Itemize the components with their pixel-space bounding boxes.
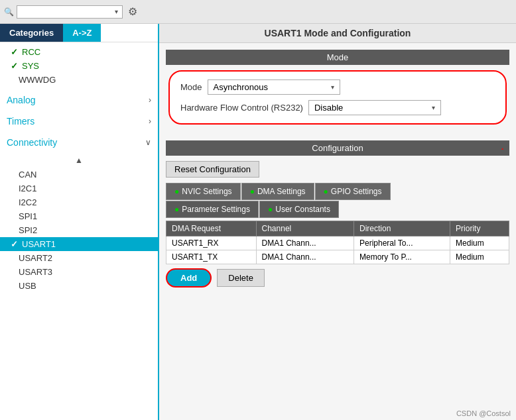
sidebar-item-usart2[interactable]: USART2	[0, 251, 158, 265]
chevron-right-icon: ›	[149, 95, 151, 105]
search-input[interactable]	[21, 7, 112, 17]
main-container: 🔍 ▾ ⚙ Categories A->Z RCC SYS WWWDG Anal…	[0, 0, 516, 420]
sidebar-item-rcc[interactable]: RCC	[0, 45, 158, 59]
sidebar-item-usb[interactable]: USB	[0, 279, 158, 293]
table-row[interactable]: USART1_TX DMA1 Chann... Memory To P... M…	[166, 250, 509, 264]
table-row[interactable]: USART1_RX DMA1 Chann... Peripheral To...…	[166, 236, 509, 250]
sidebar-category-connectivity[interactable]: Connectivity ∨	[0, 132, 158, 153]
sidebar-category-timers[interactable]: Timers ›	[0, 111, 158, 132]
param-tab-label: Parameter Settings	[182, 205, 250, 214]
flow-control-field-row: Hardware Flow Control (RS232) Disable ▾	[180, 100, 495, 115]
col-header-dma-request: DMA Request	[166, 221, 257, 236]
mode-select-arrow: ▾	[331, 83, 334, 91]
nvic-check-icon: ●	[174, 187, 179, 196]
mode-section-header: Mode	[166, 50, 509, 65]
sidebar-item-can[interactable]: CAN	[0, 168, 158, 182]
tab-parameter-settings[interactable]: ● Parameter Settings	[166, 201, 259, 218]
sidebar-tabs: Categories A->Z	[0, 24, 158, 42]
config-section: Configuration · Reset Configuration ● NV…	[159, 134, 516, 420]
config-red-dot: ·	[501, 142, 504, 156]
config-header-label: Configuration	[312, 143, 363, 153]
action-buttons: Add Delete	[166, 268, 509, 288]
tab-atoz[interactable]: A->Z	[63, 24, 101, 42]
user-const-check-icon: ●	[268, 205, 273, 214]
watermark: CSDN @Costsol	[456, 409, 511, 417]
config-tabs-row2: ● Parameter Settings ● User Constants	[166, 201, 509, 218]
tab-dma-settings[interactable]: ● DMA Settings	[241, 183, 314, 200]
cell-priority-0: Medium	[450, 236, 509, 250]
param-check-icon: ●	[174, 205, 179, 214]
panel-title: USART1 Mode and Configuration	[159, 24, 516, 43]
sidebar-item-i2c1[interactable]: I2C1	[0, 182, 158, 195]
gpio-tab-label: GPIO Settings	[331, 187, 382, 196]
cell-dma-request-1: USART1_TX	[166, 250, 257, 264]
sidebar-item-wwdg[interactable]: WWWDG	[0, 73, 158, 87]
sidebar-item-i2c2[interactable]: I2C2	[0, 195, 158, 209]
col-header-channel: Channel	[256, 221, 354, 236]
mode-section: Mode Mode Asynchronous ▾ Hardware Flow C…	[159, 43, 516, 134]
cell-channel-1: DMA1 Chann...	[256, 250, 354, 264]
sidebar-category-timers-label: Timers	[7, 116, 34, 127]
sidebar-category-connectivity-label: Connectivity	[7, 137, 57, 148]
search-input-wrap[interactable]: ▾	[17, 5, 123, 19]
right-panel: USART1 Mode and Configuration Mode Mode …	[159, 24, 516, 420]
config-tabs-row1: ● NVIC Settings ● DMA Settings ● GPIO Se…	[166, 183, 509, 200]
chevron-right-icon: ›	[149, 117, 151, 126]
sidebar-item-sys[interactable]: SYS	[0, 59, 158, 73]
config-section-header: Configuration ·	[166, 140, 509, 156]
reset-btn-wrap: Reset Configuration	[166, 161, 509, 183]
content-area: Categories A->Z RCC SYS WWWDG Analog › T…	[0, 24, 516, 420]
flow-control-select[interactable]: Disable ▾	[308, 100, 441, 115]
connectivity-sub-items: ▲ CAN I2C1 I2C2 SPI1 SPI2 USART1 USART2 …	[0, 153, 158, 293]
search-bar: 🔍 ▾ ⚙	[0, 0, 516, 24]
sidebar-item-usart3[interactable]: USART3	[0, 265, 158, 279]
nvic-tab-label: NVIC Settings	[182, 187, 231, 196]
mode-content-box: Mode Asynchronous ▾ Hardware Flow Contro…	[168, 70, 507, 125]
flow-control-value: Disable	[314, 103, 343, 113]
delete-button[interactable]: Delete	[217, 269, 265, 287]
sidebar-category-analog[interactable]: Analog ›	[0, 89, 158, 111]
cell-dma-request-0: USART1_RX	[166, 236, 257, 250]
mode-value: Asynchronous	[214, 82, 268, 92]
dma-tab-label: DMA Settings	[257, 187, 306, 196]
tab-user-constants[interactable]: ● User Constants	[259, 201, 339, 218]
dma-check-icon: ●	[250, 187, 255, 196]
cell-channel-0: DMA1 Chann...	[256, 236, 354, 250]
cell-priority-1: Medium	[450, 250, 509, 264]
sidebar-system-section: RCC SYS WWWDG	[0, 42, 158, 89]
tab-categories[interactable]: Categories	[0, 24, 63, 42]
col-header-direction: Direction	[354, 221, 450, 236]
scroll-up-indicator: ▲	[0, 153, 158, 168]
chevron-down-icon: ∨	[145, 138, 151, 147]
mode-field-row: Mode Asynchronous ▾	[180, 79, 495, 95]
sidebar-category-analog-label: Analog	[7, 95, 36, 105]
mode-select[interactable]: Asynchronous ▾	[208, 79, 340, 95]
tab-gpio-settings[interactable]: ● GPIO Settings	[315, 183, 391, 200]
user-const-tab-label: User Constants	[275, 205, 330, 214]
flow-control-label: Hardware Flow Control (RS232)	[180, 103, 303, 113]
sidebar-item-spi1[interactable]: SPI1	[0, 209, 158, 223]
cell-direction-0: Peripheral To...	[354, 236, 450, 250]
sidebar: Categories A->Z RCC SYS WWWDG Analog › T…	[0, 24, 159, 420]
dma-table: DMA Request Channel Direction Priority U…	[166, 221, 509, 264]
chevron-down-icon: ▾	[115, 8, 118, 15]
col-header-priority: Priority	[450, 221, 509, 236]
sidebar-item-usart1[interactable]: USART1	[0, 237, 158, 251]
add-button[interactable]: Add	[166, 268, 212, 288]
reset-configuration-button[interactable]: Reset Configuration	[166, 161, 259, 178]
flow-select-arrow: ▾	[432, 104, 435, 111]
gpio-check-icon: ●	[324, 187, 328, 196]
tab-nvic-settings[interactable]: ● NVIC Settings	[166, 183, 241, 200]
sidebar-item-spi2[interactable]: SPI2	[0, 223, 158, 237]
search-icon: 🔍	[4, 7, 14, 17]
cell-direction-1: Memory To P...	[354, 250, 450, 264]
mode-label: Mode	[180, 82, 202, 92]
gear-icon[interactable]: ⚙	[128, 5, 137, 18]
